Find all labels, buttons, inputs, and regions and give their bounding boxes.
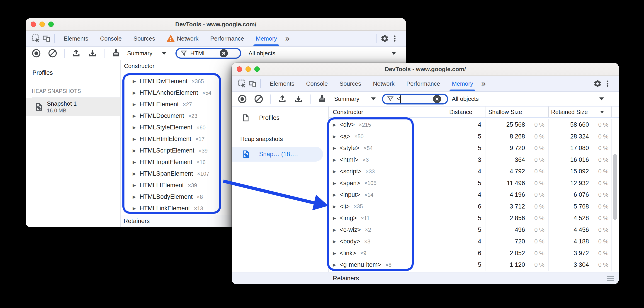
heap-object-row[interactable]: ▶<g-menu-item>×851 1200 %3 3040 % [329,259,619,271]
expand-triangle-icon[interactable]: ▶ [333,134,336,139]
heap-object-row[interactable]: ▶<img>×1152 8560 %4 5280 % [329,212,619,224]
expand-triangle-icon[interactable]: ▶ [132,194,136,200]
heap-object-row[interactable]: ▶<style>×5459 7200 %17 0800 % [329,142,619,154]
expand-triangle-icon[interactable]: ▶ [333,157,336,162]
heap-object-row[interactable]: ▶<script>×3344 7920 %15 0920 % [329,166,619,178]
tab-memory[interactable]: Memory [446,76,479,91]
heap-object-row[interactable]: ▶<html>×333640 %16 0160 % [329,154,619,166]
heap-object-row[interactable]: ▶<a>×5058 2680 %28 3240 % [329,131,619,142]
expand-triangle-icon[interactable]: ▶ [333,239,336,244]
class-filter-input[interactable]: HTML [176,48,241,59]
more-tabs-icon[interactable]: » [479,79,488,88]
expand-triangle-icon[interactable]: ▶ [333,262,336,268]
filter-funnel-icon [387,96,394,103]
perspective-select[interactable]: Summary [334,96,359,102]
tab-network[interactable]: Network [161,31,204,46]
settings-gear-icon[interactable] [592,79,602,88]
tab-console[interactable]: Console [300,76,334,91]
tab-network[interactable]: Network [367,76,400,91]
clear-brush-icon[interactable] [111,48,121,58]
class-filter-input[interactable]: < [382,94,448,104]
objects-scope-select[interactable]: All objects [452,96,479,102]
expand-triangle-icon[interactable]: ▶ [333,204,336,209]
expand-triangle-icon[interactable]: ▶ [333,169,336,174]
vertical-scrollbar[interactable] [613,154,617,220]
chevron-down-icon[interactable] [371,98,376,100]
clear-filter-icon[interactable] [433,95,441,103]
snapshot-item[interactable]: Snapshot 1 16.0 MB [26,98,120,116]
shallow-size-cell: 25 5680 % [486,119,549,131]
expand-triangle-icon[interactable]: ▶ [333,251,336,256]
constructor-name: HTMLScriptElement [140,147,194,154]
chevron-down-icon[interactable] [599,98,604,100]
shallow-size-percent: 0 % [525,121,544,128]
kebab-menu-icon[interactable] [390,34,400,44]
device-toolbar-icon[interactable] [247,79,257,88]
record-heap-icon[interactable] [238,94,247,104]
heap-object-row[interactable]: ▶<link>×962 0520 %3 9720 % [329,248,619,259]
expand-triangle-icon[interactable]: ▶ [132,183,136,188]
inspect-element-icon[interactable] [31,34,41,44]
kebab-menu-icon[interactable] [602,79,612,88]
record-heap-icon[interactable] [32,48,41,58]
expand-triangle-icon[interactable]: ▶ [333,146,336,151]
expand-triangle-icon[interactable]: ▶ [132,102,136,107]
expand-triangle-icon[interactable]: ▶ [132,206,136,211]
expand-triangle-icon[interactable]: ▶ [132,171,136,176]
expand-triangle-icon[interactable]: ▶ [132,79,136,84]
heap-object-row[interactable]: ▶<span>×105511 4960 %12 9320 % [329,178,619,189]
retained-size-value: 5 768 [574,203,589,210]
heap-object-row[interactable]: ▶<c-wiz>×254960 %4 4560 % [329,224,619,236]
window-titlebar[interactable]: DevTools - www.google.com/ [26,18,406,31]
heap-object-row[interactable]: ▶<input>×1444 1960 %6 0760 % [329,189,619,201]
save-profile-icon[interactable] [88,48,97,58]
load-profile-icon[interactable] [72,48,81,58]
expand-triangle-icon[interactable]: ▶ [132,125,136,130]
clear-profiles-icon[interactable] [254,94,264,104]
clear-brush-icon[interactable] [317,94,327,104]
expand-triangle-icon[interactable]: ▶ [132,148,136,153]
heap-object-row[interactable]: ▶<div>×215425 5680 %58 6600 % [329,119,619,131]
tab-sources[interactable]: Sources [128,31,161,46]
column-header-shallow-size[interactable]: Shallow Size [486,106,549,118]
tab-sources[interactable]: Sources [334,76,367,91]
tab-performance[interactable]: Performance [204,31,250,46]
inspect-element-icon[interactable] [237,79,247,88]
clear-filter-icon[interactable] [220,49,228,57]
tab-performance[interactable]: Performance [400,76,446,91]
retainers-bar[interactable]: Retainers [232,272,619,284]
shallow-size-percent: 0 % [525,168,544,175]
chevron-down-icon[interactable] [162,52,166,55]
expand-triangle-icon[interactable]: ▶ [132,160,136,165]
more-tabs-icon[interactable]: » [283,34,292,43]
column-header-constructor[interactable]: Constructor [329,106,446,118]
expand-triangle-icon[interactable]: ▶ [333,227,336,232]
expand-triangle-icon[interactable]: ▶ [333,216,336,221]
objects-scope-select[interactable]: All objects [248,50,276,57]
snapshot-item-selected[interactable]: Snap… (18…. [232,147,323,162]
perspective-select[interactable]: Summary [127,50,152,57]
expand-triangle-icon[interactable]: ▶ [132,90,136,96]
column-header-retained-size[interactable]: Retained Size [549,106,612,118]
resize-handle-icon[interactable] [607,276,614,282]
expand-triangle-icon[interactable]: ▶ [132,136,136,142]
tab-elements[interactable]: Elements [264,76,300,91]
column-header-distance[interactable]: Distance [446,106,486,118]
expand-triangle-icon[interactable]: ▶ [132,113,136,118]
window-titlebar[interactable]: DevTools - www.google.com/ [232,63,619,76]
tab-memory[interactable]: Memory [250,31,283,46]
save-profile-icon[interactable] [294,94,303,104]
expand-triangle-icon[interactable]: ▶ [333,122,336,127]
load-profile-icon[interactable] [278,94,287,104]
device-toolbar-icon[interactable] [41,34,51,44]
chevron-down-icon[interactable] [392,52,396,55]
expand-triangle-icon[interactable]: ▶ [333,192,336,198]
heap-object-row[interactable]: ▶<li>×3563 7120 %5 7680 % [329,201,619,212]
constructor-name: HTMLHtmlElement [140,136,191,142]
heap-object-row[interactable]: ▶<body>×347200 %4 1880 % [329,236,619,248]
settings-gear-icon[interactable] [380,34,390,44]
tab-elements[interactable]: Elements [58,31,94,46]
tab-console[interactable]: Console [94,31,128,46]
expand-triangle-icon[interactable]: ▶ [333,181,336,186]
clear-profiles-icon[interactable] [48,48,57,58]
